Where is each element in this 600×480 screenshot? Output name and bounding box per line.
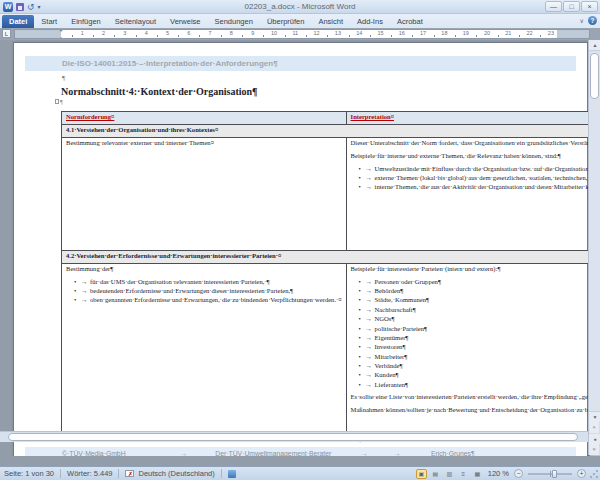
ribbon-tab-datei[interactable]: Datei — [2, 15, 34, 28]
ruler-bar: L 1234567891011121314151617181920212223 — [0, 28, 600, 40]
bullet-item: •→NGOs¶ — [351, 315, 600, 324]
bookmark-marker: ¶ — [55, 99, 63, 105]
ribbon-expand-icon[interactable]: ∨ — [580, 17, 584, 24]
footer-author: Erich·Grunes¶ — [431, 450, 475, 457]
previous-page-icon[interactable]: « — [590, 422, 600, 434]
word-count-status[interactable]: Wörter: 5.449 — [65, 469, 114, 478]
bullet-item: •→Nachbarschaft¶ — [351, 306, 600, 315]
section-heading-cell[interactable]: 4.2·Verstehen·der·Erfordernisse·und·Erwa… — [62, 250, 600, 263]
bullet-item: •→Städte,·Kommunen¶ — [351, 296, 600, 305]
document-heading: Normabschnitt·4:·Kontext·der·Organisatio… — [61, 86, 258, 97]
section-row-4-2: 4.2·Verstehen·der·Erfordernisse·und·Erwa… — [62, 250, 600, 263]
bullet-item: •→Behörden¶ — [351, 287, 600, 296]
title-bar: W ↺ ▾ 02203_a.docx - Microsoft Word — □ … — [0, 0, 600, 14]
select-browse-object-icon[interactable]: ● — [589, 433, 600, 444]
zoom-slider[interactable] — [528, 473, 572, 475]
content-row-4-1: Bestimmung·relevanter·externer·und·inter… — [62, 137, 600, 250]
empty-paragraph-mark: ¶ — [62, 74, 65, 82]
indent-marker[interactable] — [59, 30, 64, 38]
macro-status-icon[interactable] — [228, 470, 236, 478]
interpretation-cell-4-1[interactable]: Dieser·Unterabschnitt·der·Norm·fordert,·… — [346, 137, 600, 250]
norm-cell-4-1[interactable]: Bestimmung·relevanter·externer·und·inter… — [62, 137, 347, 250]
content-row-4-2: Bestimmung·der¶ •→für·das·UMS·der·Organi… — [62, 263, 600, 433]
tab-arrow-icon: → — [366, 174, 375, 183]
tab-selector[interactable]: L — [2, 29, 11, 38]
zoom-level[interactable]: 120 % — [486, 469, 511, 478]
next-page-icon[interactable]: » — [590, 444, 600, 456]
bullet-item: •→interne·Themen,·die·aus·der·Aktivität·… — [351, 183, 600, 192]
ribbon-tab-einfgen[interactable]: Einfügen — [64, 15, 108, 28]
ribbon-tab-addins[interactable]: Add-Ins — [350, 15, 390, 28]
tab-arrow-icon: → — [361, 450, 368, 457]
page-footer-band: ©·TÜV·Media·GmbH → Der·TÜV·Umweltmanagem… — [25, 447, 576, 456]
interp-paragraph: Beispiele·für·interne·und·externe·Themen… — [351, 152, 600, 161]
tab-arrow-icon: → — [366, 371, 375, 380]
spellcheck-icon[interactable] — [125, 470, 134, 477]
footer-center: Der·TÜV·Umweltmanagement·Berater — [215, 450, 331, 457]
ribbon-tab-seitenlayout[interactable]: Seitenlayout — [108, 15, 163, 28]
vertical-scroll-thumb[interactable] — [590, 53, 599, 99]
norm-cell-4-2[interactable]: Bestimmung·der¶ •→für·das·UMS·der·Organi… — [62, 263, 347, 433]
ribbon-tab-ansicht[interactable]: Ansicht — [311, 15, 350, 28]
table-header-row: Normforderung¤ Interpretation¤ Eigene·No… — [62, 112, 600, 125]
tab-arrow-icon: → — [366, 343, 375, 352]
ribbon-tab-berprfen[interactable]: Überprüfen — [260, 15, 312, 28]
interp-paragraph: Dieser·Unterabschnitt·der·Norm·fordert,·… — [351, 139, 600, 148]
bullet-item: •→Verbände¶ — [351, 362, 600, 371]
view-print-layout-icon[interactable]: ▣ — [416, 469, 427, 479]
tab-arrow-icon: → — [366, 315, 375, 324]
ribbon-tab-sendungen[interactable]: Sendungen — [208, 15, 260, 28]
header-cell-interpretation[interactable]: Interpretation¤ — [346, 112, 600, 125]
col-header-label: Interpretation¤ — [351, 113, 394, 120]
ribbon-tab-start[interactable]: Start — [34, 15, 64, 28]
bullet-item: •→Kunden¶ — [351, 371, 600, 380]
ribbon-tab-verweise[interactable]: Verweise — [163, 15, 207, 28]
horizontal-scroll-thumb[interactable] — [8, 433, 578, 441]
ribbon-tab-acrobat[interactable]: Acrobat — [390, 15, 430, 28]
view-draft-icon[interactable]: ▦ — [472, 469, 483, 479]
ribbon-tab-row: DateiStartEinfügenSeitenlayoutVerweiseSe… — [0, 14, 600, 28]
tab-arrow-icon: → — [81, 278, 90, 287]
document-page[interactable]: Die·ISO·14001:2015·–·Interpretation·der·… — [13, 42, 588, 456]
scroll-down-icon[interactable]: ▼ — [589, 411, 600, 422]
horizontal-ruler: 1234567891011121314151617181920212223 — [14, 29, 590, 39]
col-header-label: Normforderung¤ — [66, 113, 114, 120]
zoom-out-button[interactable]: − — [514, 469, 523, 478]
bullet-item: •→politische·Parteien¶ — [351, 325, 600, 334]
view-fullscreen-reading-icon[interactable]: ▤ — [430, 469, 441, 479]
close-button[interactable]: × — [581, 1, 598, 12]
norm-intro: Bestimmung·der¶ — [66, 265, 342, 274]
tab-arrow-icon: → — [366, 353, 375, 362]
tab-arrow-icon: → — [366, 325, 375, 334]
header-cell-normforderung[interactable]: Normforderung¤ — [62, 112, 347, 125]
tab-arrow-icon: → — [366, 362, 375, 371]
bullet-item: •→Investoren¶ — [351, 343, 600, 352]
zoom-in-button[interactable]: + — [577, 469, 586, 478]
interpretation-cell-4-2[interactable]: Beispiele·für·interessierte·Parteien·(in… — [346, 263, 600, 433]
vertical-scrollbar[interactable]: ▲ ▼ « ● » — [588, 40, 600, 455]
scroll-up-icon[interactable]: ▲ — [589, 40, 600, 51]
tab-arrow-icon: → — [366, 381, 375, 390]
section-heading-cell[interactable]: 4.1·Verstehen·der·Organisation·und·ihres… — [62, 124, 600, 137]
content-table: Normforderung¤ Interpretation¤ Eigene·No… — [61, 111, 600, 434]
page-count-status[interactable]: Seite: 1 von 30 — [0, 469, 56, 478]
bullet-item: •→oben·genannten·Erfordernisse·und·Erwar… — [66, 296, 342, 305]
bullet-item: •→Mitarbeiter¶ — [351, 353, 600, 362]
view-outline-icon[interactable]: ≡ — [458, 469, 469, 479]
status-bar: Seite: 1 von 30 Wörter: 5.449 Deutsch (D… — [0, 466, 600, 480]
resize-grip[interactable] — [589, 469, 599, 479]
view-web-layout-icon[interactable]: ▥ — [444, 469, 455, 479]
restore-button[interactable]: □ — [563, 1, 580, 12]
minimize-button[interactable]: — — [545, 1, 562, 12]
section-row-4-1: 4.1·Verstehen·der·Organisation·und·ihres… — [62, 124, 600, 137]
bullet-item: •→Personen·oder·Gruppen¶ — [351, 278, 600, 287]
document-workspace: Die·ISO·14001:2015·–·Interpretation·der·… — [0, 40, 600, 456]
bullet-list: •→Umweltzustände·mit·Einfluss·durch·die·… — [351, 165, 600, 193]
bullet-list: •→Personen·oder·Gruppen¶•→Behörden¶•→Stä… — [351, 278, 600, 390]
zoom-slider-thumb[interactable] — [552, 470, 557, 478]
language-status[interactable]: Deutsch (Deutschland) — [136, 469, 216, 478]
help-icon[interactable]: ? — [588, 16, 597, 25]
interp-paragraph: Es·sollte·eine·Liste·von·interessierten·… — [351, 393, 600, 402]
horizontal-scrollbar[interactable] — [0, 431, 588, 442]
tab-arrow-icon: → — [81, 287, 90, 296]
